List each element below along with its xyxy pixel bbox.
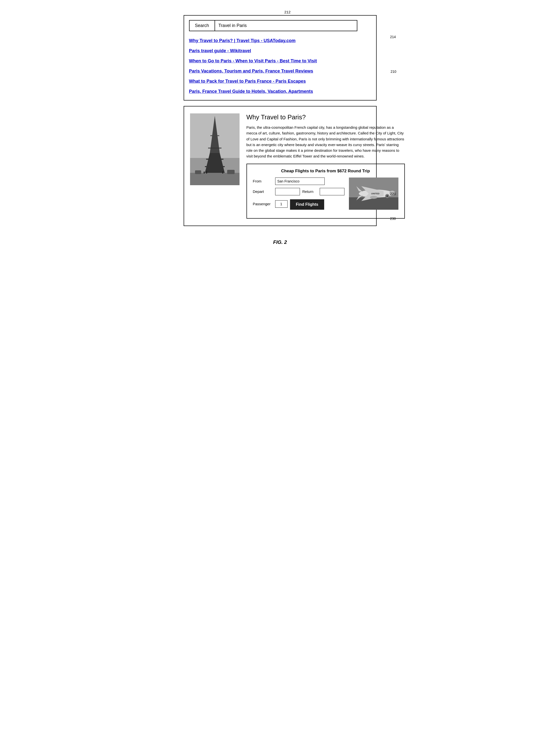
svg-rect-2 <box>190 173 239 185</box>
eiffel-tower-image <box>190 113 239 185</box>
search-result-1[interactable]: Why Travel to Paris? | Travel Tips - USA… <box>189 38 371 43</box>
search-input[interactable] <box>215 20 357 31</box>
depart-return-row: Depart Return <box>253 188 344 195</box>
depart-label: Depart <box>253 190 273 194</box>
return-input[interactable] <box>320 188 344 195</box>
search-button[interactable]: Search <box>189 20 215 31</box>
flights-title: Cheap Flights to Paris from $672 Round T… <box>253 169 398 173</box>
svg-rect-9 <box>195 170 201 174</box>
search-result-2[interactable]: Paris travel guide - Wikitravel <box>189 48 371 53</box>
search-result-3[interactable]: When to Go to Paris - When to Visit Pari… <box>189 58 371 64</box>
search-result-5[interactable]: What to Pack for Travel to Paris France … <box>189 79 371 84</box>
svg-rect-12 <box>206 171 207 173</box>
search-results-panel: Search Why Travel to Paris? | Travel Tip… <box>184 15 377 101</box>
article-title: Why Travel to Paris? <box>246 113 405 121</box>
find-flights-button[interactable]: Find Flights <box>290 199 324 210</box>
annotation-230: 230 <box>390 217 396 221</box>
return-label: Return <box>302 190 317 194</box>
flights-panel: Cheap Flights to Paris from $672 Round T… <box>246 164 405 219</box>
article-content: Why Travel to Paris? Paris, the ultra-co… <box>246 113 405 219</box>
search-result-4[interactable]: Paris Vacations, Tourism and Paris, Fran… <box>189 68 371 74</box>
flights-form: From Depart Return Pa <box>253 177 344 213</box>
depart-input[interactable] <box>275 188 300 195</box>
annotation-220: 220 <box>390 192 396 196</box>
article-body: Paris, the ultra-cosmopolitan French cap… <box>246 124 405 159</box>
search-bar: Search <box>189 20 357 31</box>
passenger-row: Passenger Find Flights <box>253 198 344 210</box>
svg-point-26 <box>386 195 388 197</box>
passenger-label: Passenger <box>253 202 273 206</box>
from-row: From <box>253 177 344 185</box>
svg-rect-11 <box>204 171 205 173</box>
annotation-212: 212 <box>199 10 377 14</box>
svg-rect-10 <box>227 170 235 174</box>
from-label: From <box>253 179 273 183</box>
svg-rect-13 <box>222 171 223 173</box>
svg-point-22 <box>370 196 377 199</box>
article-panel: Why Travel to Paris? Paris, the ultra-co… <box>184 106 377 226</box>
search-result-6[interactable]: Paris, France Travel Guide to Hotels, Va… <box>189 89 371 94</box>
figure-label: FIG. 2 <box>184 240 377 245</box>
svg-text:UNITED: UNITED <box>371 192 380 195</box>
annotation-210: 210 <box>390 69 396 73</box>
search-results-list: Why Travel to Paris? | Travel Tips - USA… <box>189 38 371 94</box>
passenger-input[interactable] <box>275 200 288 208</box>
from-input[interactable] <box>275 177 325 185</box>
annotation-214: 214 <box>390 35 396 39</box>
svg-rect-16 <box>349 197 398 210</box>
